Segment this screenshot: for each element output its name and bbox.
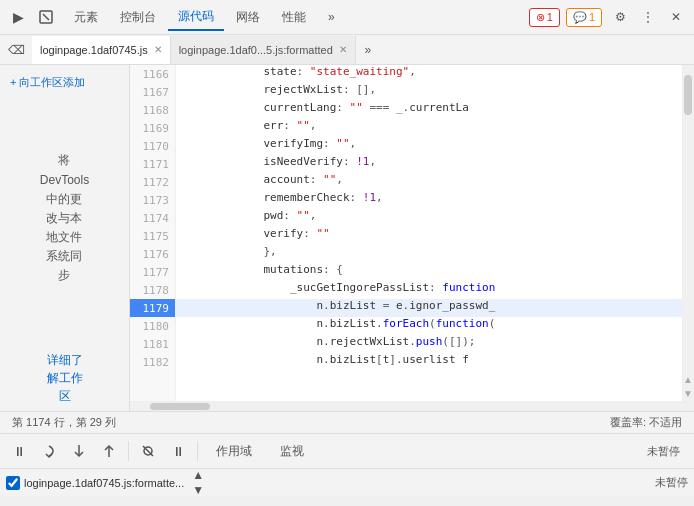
file-tab-2[interactable]: loginpage.1daf0...5.js:formatted ✕ <box>171 36 356 64</box>
top-toolbar: ▶ 元素 控制台 源代码 网络 性能 » ⊗ 1 💬 1 ⚙ ⋮ ✕ <box>0 0 694 35</box>
code-line-1180: n.bizList.forEach(function( <box>176 317 682 335</box>
warning-badge[interactable]: 💬 1 <box>566 8 602 27</box>
ln-1181: 1181 <box>130 335 175 353</box>
step-over-button[interactable] <box>36 438 62 464</box>
ln-1175: 1175 <box>130 227 175 245</box>
main-tabs: 元素 控制台 源代码 网络 性能 » <box>64 3 345 31</box>
sidebar-toggle[interactable]: ⌫ <box>2 36 30 64</box>
ln-1180: 1180 <box>130 317 175 335</box>
status-bar: 第 1174 行，第 29 列 覆盖率: 不适用 <box>0 411 694 433</box>
ln-1177: 1177 <box>130 263 175 281</box>
bottom-toolbar: ⏸ ⏸ 作用域 监视 未暂停 <box>0 433 694 468</box>
ln-1169: 1169 <box>130 119 175 137</box>
badge-group: ⊗ 1 💬 1 <box>529 8 602 27</box>
error-icon: ⊗ <box>536 11 545 24</box>
step-into-button[interactable] <box>66 438 92 464</box>
file-arrow-up[interactable]: ▲ <box>192 468 204 482</box>
ln-1179: 1179 <box>130 299 175 317</box>
tab-sources[interactable]: 源代码 <box>168 3 224 31</box>
cursor-tool[interactable]: ▶ <box>4 3 32 31</box>
file-tab-2-close[interactable]: ✕ <box>339 44 347 55</box>
code-line-1166: state: "state_waiting", <box>176 65 682 83</box>
ln-1170: 1170 <box>130 137 175 155</box>
error-count: 1 <box>547 11 553 23</box>
step-out-button[interactable] <box>96 438 122 464</box>
code-content[interactable]: 1166 1167 1168 1169 1170 1171 1172 1173 … <box>130 65 694 401</box>
code-scroll[interactable]: state: "state_waiting", rejectWxList: []… <box>176 65 682 401</box>
code-line-1172: account: "", <box>176 173 682 191</box>
code-line-1175: verify: "" <box>176 227 682 245</box>
file-arrows[interactable]: ▲ ▼ <box>192 468 204 497</box>
bottom-filename: loginpage.1daf0745.js:formatte... <box>24 477 184 489</box>
file-tabs-bar: ⌫ loginpage.1daf0745.js ✕ loginpage.1daf… <box>0 35 694 65</box>
ln-1167: 1167 <box>130 83 175 101</box>
tab-watch[interactable]: 监视 <box>268 438 316 464</box>
scroll-up-arrow[interactable]: ▲ <box>683 374 693 385</box>
line-numbers: 1166 1167 1168 1169 1170 1171 1172 1173 … <box>130 65 176 401</box>
tab-console[interactable]: 控制台 <box>110 3 166 31</box>
sidebar-description: 将 DevTools 中的更 改与本 地文件 系统同 步 <box>4 94 125 343</box>
code-line-1178: _sucGetIngorePassList: function <box>176 281 682 299</box>
file-tab-1-label: loginpage.1daf0745.js <box>40 44 148 56</box>
debug-status: 未暂停 <box>639 444 688 459</box>
file-tab-2-label: loginpage.1daf0...5.js:formatted <box>179 44 333 56</box>
tab-performance[interactable]: 性能 <box>272 3 316 31</box>
warning-icon: 💬 <box>573 11 587 24</box>
code-area: 1166 1167 1168 1169 1170 1171 1172 1173 … <box>130 65 694 411</box>
code-line-1169: err: "", <box>176 119 682 137</box>
ln-1178: 1178 <box>130 281 175 299</box>
bt-divider-2 <box>197 441 198 461</box>
ln-1176: 1176 <box>130 245 175 263</box>
ln-1171: 1171 <box>130 155 175 173</box>
tab-network[interactable]: 网络 <box>226 3 270 31</box>
code-line-1176: }, <box>176 245 682 263</box>
scroll-down-arrow[interactable]: ▼ <box>683 388 693 399</box>
deactivate-breakpoints-button[interactable] <box>135 438 161 464</box>
ln-1166: 1166 <box>130 65 175 83</box>
file-tabs-more[interactable]: » <box>356 43 380 57</box>
file-arrow-down[interactable]: ▼ <box>192 483 204 497</box>
bottom-file-bar: loginpage.1daf0745.js:formatte... ▲ ▼ 未暂… <box>0 468 694 496</box>
tab-scope[interactable]: 作用域 <box>204 438 264 464</box>
code-line-1168: currentLang: "" === _.currentLa <box>176 101 682 119</box>
bottom-status: 未暂停 <box>655 475 688 490</box>
tab-elements[interactable]: 元素 <box>64 3 108 31</box>
h-scroll-thumb[interactable] <box>150 403 210 410</box>
ln-1172: 1172 <box>130 173 175 191</box>
cursor-position: 第 1174 行，第 29 列 <box>12 415 116 430</box>
code-line-1174: pwd: "", <box>176 209 682 227</box>
code-line-1170: verifyImg: "", <box>176 137 682 155</box>
ln-1182: 1182 <box>130 353 175 371</box>
pause-resume-button[interactable]: ⏸ <box>6 438 32 464</box>
coverage-status: 覆盖率: 不适用 <box>610 415 682 430</box>
file-tab-1[interactable]: loginpage.1daf0745.js ✕ <box>32 36 171 64</box>
code-line-1167: rejectWxList: [], <box>176 83 682 101</box>
more-button[interactable]: ⋮ <box>634 3 662 31</box>
pause2-button[interactable]: ⏸ <box>165 438 191 464</box>
main-area: + 向工作区添加 将 DevTools 中的更 改与本 地文件 系统同 步 详细… <box>0 65 694 411</box>
learn-more-link[interactable]: 详细了 解工作 区 <box>4 351 125 405</box>
code-scrollbar[interactable]: ▼ ▲ <box>682 65 694 401</box>
ln-1173: 1173 <box>130 191 175 209</box>
ln-1174: 1174 <box>130 209 175 227</box>
code-line-1171: isNeedVerify: !1, <box>176 155 682 173</box>
code-line-1182: n.bizList[t].userlist f <box>176 353 682 371</box>
error-badge[interactable]: ⊗ 1 <box>529 8 560 27</box>
file-checkbox[interactable] <box>6 476 20 490</box>
tab-more[interactable]: » <box>318 3 345 31</box>
add-to-workspace-button[interactable]: + 向工作区添加 <box>4 71 125 94</box>
horizontal-scrollbar[interactable] <box>130 401 694 411</box>
code-line-1179: n.bizList = e.ignor_passwd_ <box>176 299 682 317</box>
code-line-1177: mutations: { <box>176 263 682 281</box>
file-tab-1-close[interactable]: ✕ <box>154 44 162 55</box>
inspect-tool[interactable] <box>32 3 60 31</box>
ln-1168: 1168 <box>130 101 175 119</box>
code-line-1173: rememberCheck: !1, <box>176 191 682 209</box>
bt-divider-1 <box>128 441 129 461</box>
close-devtools-button[interactable]: ✕ <box>662 3 690 31</box>
svg-line-1 <box>43 14 49 20</box>
settings-button[interactable]: ⚙ <box>606 3 634 31</box>
warning-count: 1 <box>589 11 595 23</box>
code-line-1181: n.rejectWxList.push([]); <box>176 335 682 353</box>
scroll-thumb[interactable] <box>684 75 692 115</box>
